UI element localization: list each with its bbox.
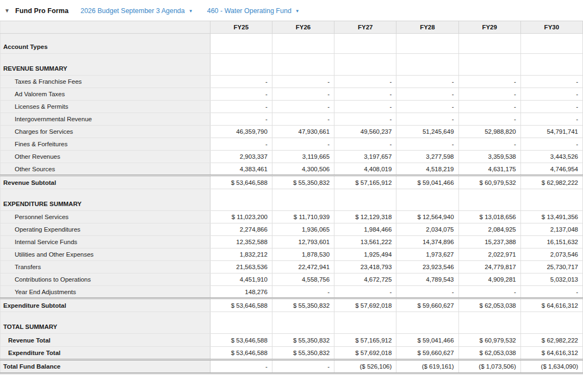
value-cell: $ 60,979,532 (458, 176, 520, 189)
budget-version-label: 2026 Budget September 3 Agenda (80, 7, 185, 15)
value-cell: $ 59,660,627 (396, 347, 458, 360)
value-cell (396, 189, 458, 211)
row-label: Account Types (1, 34, 210, 54)
value-cell: - (396, 113, 458, 126)
collapse-section-icon[interactable]: ▼ (4, 8, 15, 14)
value-cell: $ 11,023,200 (210, 211, 272, 223)
value-cell (458, 34, 520, 54)
row-label: Other Revenues (1, 151, 210, 163)
value-cell: 1,984,466 (334, 223, 396, 236)
table-row: Revenue Total$ 53,646,588$ 55,350,832$ 5… (1, 334, 583, 347)
value-cell: 14,374,896 (396, 236, 458, 248)
value-cell (458, 189, 520, 211)
value-cell (396, 54, 458, 76)
value-cell (210, 312, 272, 334)
value-cell: - (210, 138, 272, 151)
budget-version-dropdown[interactable]: 2026 Budget September 3 Agenda ▼ (80, 7, 193, 15)
row-label: Utilities and Other Expenses (1, 248, 210, 261)
value-cell: 2,034,075 (396, 223, 458, 236)
value-cell: 23,923,546 (396, 261, 458, 273)
value-cell: $ 55,350,832 (272, 334, 334, 347)
column-header-fy25: FY25 (210, 21, 272, 34)
value-cell (458, 54, 520, 76)
value-cell: ($ 526,106) (334, 360, 396, 374)
value-cell: $ 11,710,939 (272, 211, 334, 223)
caret-down-icon: ▼ (295, 9, 300, 14)
table-row: Expenditure Subtotal$ 53,646,588$ 55,350… (1, 298, 583, 312)
value-cell: $ 59,041,466 (396, 176, 458, 189)
value-cell: 25,730,717 (520, 261, 582, 273)
value-cell (520, 189, 582, 211)
column-header-fy29: FY29 (458, 21, 520, 34)
value-cell (272, 189, 334, 211)
value-cell (272, 34, 334, 54)
value-cell: 2,903,337 (210, 151, 272, 163)
value-cell: $ 64,616,312 (520, 347, 582, 360)
value-cell: - (334, 88, 396, 101)
row-label: Contributions to Operations (1, 273, 210, 286)
value-cell: $ 53,646,588 (210, 334, 272, 347)
value-cell: - (520, 286, 582, 298)
row-label: Other Sources (1, 163, 210, 176)
value-cell: 1,878,530 (272, 248, 334, 261)
value-cell (334, 189, 396, 211)
table-row: TOTAL SUMMARY (1, 312, 583, 334)
value-cell: 4,672,725 (334, 273, 396, 286)
value-cell: 4,558,756 (272, 273, 334, 286)
value-cell: 4,631,175 (458, 163, 520, 176)
report-header: ▼ Fund Pro Forma 2026 Budget September 3… (0, 0, 583, 21)
table-row: Revenue Subtotal$ 53,646,588$ 55,350,832… (1, 176, 583, 189)
table-row: Transfers21,563,53622,472,94123,418,7932… (1, 261, 583, 273)
row-label: Ad Valorem Taxes (1, 88, 210, 101)
value-cell: $ 12,564,940 (396, 211, 458, 223)
value-cell: ($ 1,634,090) (520, 360, 582, 374)
value-cell (272, 54, 334, 76)
value-cell: $ 53,646,588 (210, 176, 272, 189)
value-cell: - (272, 101, 334, 113)
value-cell: 2,073,546 (520, 248, 582, 261)
value-cell: 4,451,910 (210, 273, 272, 286)
value-cell: 23,418,793 (334, 261, 396, 273)
value-cell (210, 189, 272, 211)
table-row: Contributions to Operations4,451,9104,55… (1, 273, 583, 286)
row-label: REVENUE SUMMARY (1, 54, 210, 76)
value-cell: 16,151,632 (520, 236, 582, 248)
table-row: Year End Adjustments148,276----- (1, 286, 583, 298)
value-cell: 1,832,212 (210, 248, 272, 261)
value-cell: 22,472,941 (272, 261, 334, 273)
table-row: Other Revenues2,903,3373,119,6653,197,65… (1, 151, 583, 163)
value-cell: 21,563,536 (210, 261, 272, 273)
value-cell: - (520, 138, 582, 151)
value-cell: 4,789,543 (396, 273, 458, 286)
value-cell: 24,779,817 (458, 261, 520, 273)
value-cell: - (396, 88, 458, 101)
table-row: Licenses & Permits------ (1, 101, 583, 113)
column-header-row: FY25FY26FY27FY28FY29FY30 (1, 21, 583, 34)
value-cell: 2,137,048 (520, 223, 582, 236)
value-cell: - (520, 88, 582, 101)
table-row: Other Sources4,383,4614,300,5064,408,019… (1, 163, 583, 176)
row-label: Licenses & Permits (1, 101, 210, 113)
value-cell: - (396, 138, 458, 151)
value-cell: - (520, 101, 582, 113)
row-label: TOTAL SUMMARY (1, 312, 210, 334)
row-label: Fines & Forfeitures (1, 138, 210, 151)
row-label: Revenue Total (1, 334, 210, 347)
value-cell: 4,300,506 (272, 163, 334, 176)
fund-dropdown[interactable]: 460 - Water Operating Fund ▼ (207, 7, 300, 15)
value-cell: - (210, 360, 272, 374)
value-cell: - (210, 101, 272, 113)
value-cell: $ 53,646,588 (210, 298, 272, 312)
value-cell: ($ 619,161) (396, 360, 458, 374)
row-label: Intergovernmental Revenue (1, 113, 210, 126)
row-label: Transfers (1, 261, 210, 273)
value-cell: $ 59,041,466 (396, 334, 458, 347)
value-cell: ($ 1,073,506) (458, 360, 520, 374)
row-label: Expenditure Subtotal (1, 298, 210, 312)
report-title: Fund Pro Forma (15, 7, 69, 15)
table-row: Personnel Services$ 11,023,200$ 11,710,9… (1, 211, 583, 223)
table-row: Taxes & Franchise Fees------ (1, 76, 583, 88)
value-cell: 4,408,019 (334, 163, 396, 176)
value-cell: $ 57,692,018 (334, 298, 396, 312)
row-label: Total Fund Balance (1, 360, 210, 374)
